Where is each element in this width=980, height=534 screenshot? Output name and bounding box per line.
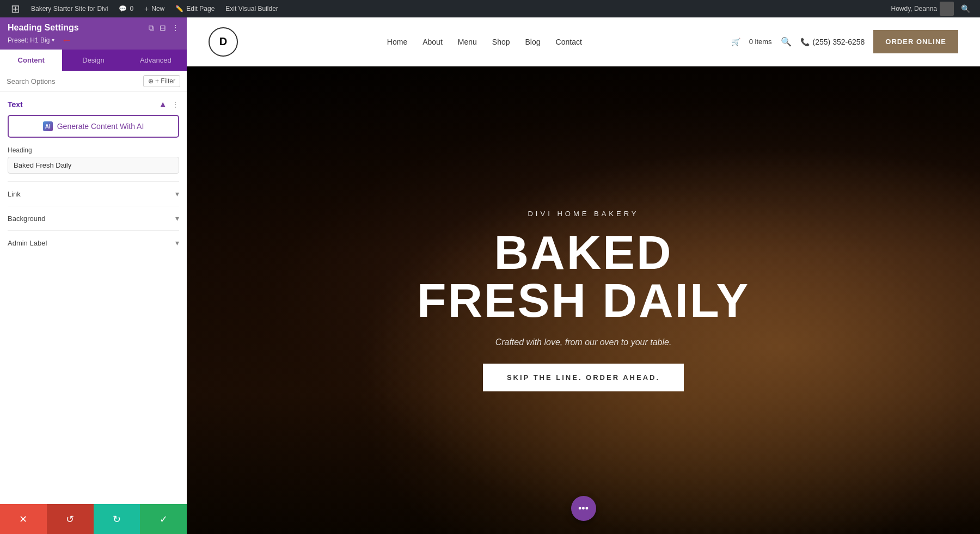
nav-link-blog[interactable]: Blog (525, 38, 541, 46)
undo-button[interactable]: ↺ (47, 504, 94, 534)
order-online-button[interactable]: ORDER ONLINE (873, 30, 958, 53)
right-panel: D Home About Menu Shop Blog Contact 🛒 0 … (187, 17, 980, 534)
preset-dropdown-icon: ▾ (52, 37, 54, 43)
layout-icon[interactable]: ⊟ (160, 23, 166, 33)
hero-title: BAKED FRESH DAILY (404, 229, 763, 324)
admin-label-section-title: Admin Label (8, 239, 47, 247)
hero-content: DIVI HOME BAKERY BAKED FRESH DAILY Craft… (393, 199, 774, 402)
phone-area: 📞 (255) 352-6258 (800, 38, 865, 46)
preset-label: Preset: H1 Big (8, 36, 50, 44)
red-arrow-indicator: ← (61, 34, 72, 46)
search-icon-nav[interactable]: 🔍 (781, 36, 792, 47)
edit-page-item[interactable]: ✏️ Edit Page (170, 0, 220, 17)
floating-menu-button[interactable]: ••• (571, 496, 596, 521)
new-item[interactable]: + New (139, 0, 170, 17)
panel-preset[interactable]: Preset: H1 Big ▾ ← (8, 34, 179, 46)
copy-icon[interactable]: ⧉ (149, 23, 154, 33)
heading-field-group: Heading (8, 146, 179, 174)
cart-icon[interactable]: 🛒 (731, 38, 740, 46)
comment-icon: 💬 (119, 5, 127, 13)
tab-design[interactable]: Design (62, 50, 124, 71)
hero-cta-button[interactable]: SKIP THE LINE. ORDER AHEAD. (483, 364, 684, 391)
site-nav: D Home About Menu Shop Blog Contact 🛒 0 … (187, 17, 980, 66)
tab-content[interactable]: Content (0, 50, 62, 71)
site-name-item[interactable]: Bakery Starter Site for Divi (26, 0, 113, 17)
text-section-collapse-icon[interactable]: ▲ (158, 100, 167, 109)
site-logo: D (209, 27, 238, 57)
panel-title: Heading Settings (8, 23, 79, 33)
background-chevron-icon: ▾ (175, 214, 179, 223)
admin-search-icon[interactable]: 🔍 (957, 4, 975, 13)
undo-icon: ↺ (66, 513, 74, 525)
search-input[interactable] (7, 77, 139, 85)
link-section-title: Link (8, 190, 21, 198)
phone-number: (255) 352-6258 (813, 38, 865, 46)
filter-icon: ⊕ (148, 77, 154, 85)
panel-tabs: Content Design Advanced (0, 50, 187, 71)
avatar (940, 2, 954, 16)
tab-advanced[interactable]: Advanced (125, 50, 187, 71)
confirm-icon: ✓ (160, 513, 168, 525)
left-panel: Heading Settings ⧉ ⊟ ⋮ Preset: H1 Big ▾ … (0, 17, 187, 534)
cart-count: 0 items (749, 38, 772, 46)
panel-content: Text ▲ ⋮ AI Generate Content With AI Hea… (0, 92, 187, 504)
comment-count: 0 (130, 5, 133, 13)
admin-label-chevron-icon: ▾ (175, 238, 179, 247)
new-label: New (151, 5, 164, 13)
nav-link-shop[interactable]: Shop (492, 38, 510, 46)
howdy-text: Howdy, Deanna (891, 5, 938, 13)
heading-input[interactable] (8, 157, 179, 174)
site-nav-links: Home About Menu Shop Blog Contact (254, 38, 715, 46)
panel-header-icons: ⧉ ⊟ ⋮ (149, 23, 179, 33)
link-chevron-icon: ▾ (175, 189, 179, 198)
cancel-icon: ✕ (19, 513, 27, 525)
nav-link-home[interactable]: Home (387, 38, 407, 46)
redo-button[interactable]: ↻ (94, 504, 140, 534)
panel-header: Heading Settings ⧉ ⊟ ⋮ Preset: H1 Big ▾ … (0, 17, 187, 50)
main-layout: Heading Settings ⧉ ⊟ ⋮ Preset: H1 Big ▾ … (0, 17, 980, 534)
hero-description: Crafted with love, from our oven to your… (404, 337, 763, 347)
hero-cta-label: SKIP THE LINE. ORDER AHEAD. (507, 373, 660, 382)
panel-footer: ✕ ↺ ↻ ✓ (0, 504, 187, 534)
ai-generate-button[interactable]: AI Generate Content With AI (8, 115, 179, 138)
filter-button[interactable]: ⊕ + Filter (143, 75, 180, 87)
link-section-header[interactable]: Link ▾ (8, 189, 179, 198)
heading-label: Heading (8, 146, 179, 154)
text-section-more-icon[interactable]: ⋮ (171, 100, 179, 109)
nav-link-menu[interactable]: Menu (458, 38, 477, 46)
background-section: Background ▾ (8, 206, 179, 223)
order-online-label: ORDER ONLINE (885, 38, 946, 46)
hero-subtitle: DIVI HOME BAKERY (404, 210, 763, 218)
exit-builder-item[interactable]: Exit Visual Builder (220, 0, 284, 17)
nav-link-about[interactable]: About (422, 38, 443, 46)
redo-icon: ↻ (113, 513, 121, 525)
admin-label-section: Admin Label ▾ (8, 230, 179, 247)
link-section: Link ▾ (8, 181, 179, 198)
confirm-button[interactable]: ✓ (140, 504, 187, 534)
text-section-controls: ▲ ⋮ (158, 100, 179, 109)
filter-label: + Filter (155, 77, 175, 85)
phone-icon: 📞 (800, 38, 810, 46)
text-section-title: Text (8, 100, 23, 109)
site-name-label: Bakery Starter Site for Divi (31, 5, 108, 13)
background-section-title: Background (8, 214, 45, 223)
admin-label-section-header[interactable]: Admin Label ▾ (8, 238, 179, 247)
ai-button-label: Generate Content With AI (57, 122, 144, 131)
exit-builder-label: Exit Visual Builder (225, 5, 278, 13)
site-nav-right: 🛒 0 items 🔍 📞 (255) 352-6258 ORDER ONLIN… (731, 30, 958, 53)
edit-page-label: Edit Page (186, 5, 215, 13)
more-icon[interactable]: ⋮ (171, 23, 179, 33)
panel-search-bar: ⊕ + Filter (0, 71, 187, 92)
wp-admin-bar: ⊞ Bakery Starter Site for Divi 💬 0 + New… (0, 0, 980, 17)
cancel-button[interactable]: ✕ (0, 504, 47, 534)
hero-section: DIVI HOME BAKERY BAKED FRESH DAILY Craft… (187, 66, 980, 534)
background-section-header[interactable]: Background ▾ (8, 214, 179, 223)
comments-item[interactable]: 💬 0 (113, 0, 139, 17)
nav-link-contact[interactable]: Contact (556, 38, 582, 46)
ai-icon: AI (43, 121, 53, 131)
floating-menu-icon: ••• (578, 503, 589, 514)
wp-logo-item[interactable]: ⊞ (5, 0, 26, 17)
text-section-header: Text ▲ ⋮ (8, 100, 179, 109)
